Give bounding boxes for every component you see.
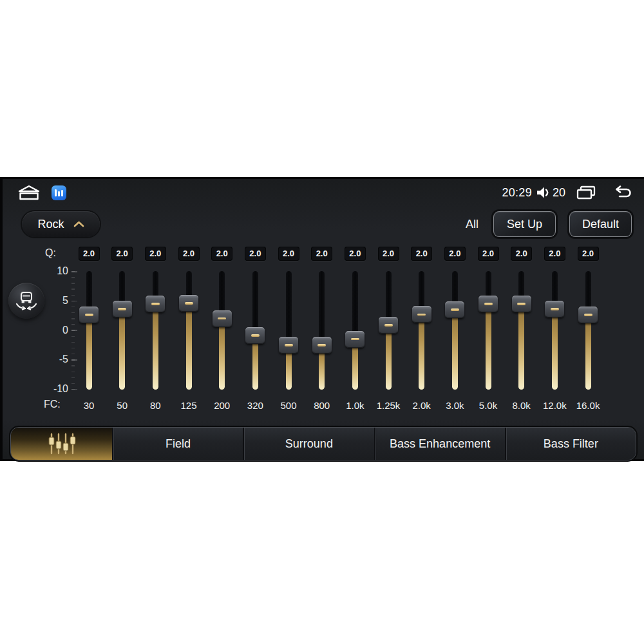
preset-dropdown[interactable]: Rock — [22, 211, 100, 237]
home-button[interactable] — [17, 184, 41, 201]
fc-value: 30 — [72, 400, 106, 411]
eq-slider-track[interactable] — [552, 271, 558, 390]
tab-surround[interactable]: Surround — [243, 428, 374, 460]
eq-band: 2.01.25k — [372, 247, 405, 415]
q-value[interactable]: 2.0 — [79, 247, 100, 261]
eq-scale-label: 0 — [35, 325, 68, 336]
status-bar: 20:29 20 — [17, 182, 634, 203]
fc-value: 3.0k — [438, 400, 471, 411]
q-value[interactable]: 2.0 — [544, 247, 565, 261]
eq-band: 2.0320 — [238, 247, 272, 415]
eq-slider-handle[interactable] — [146, 296, 165, 312]
eq-slider-track[interactable] — [452, 271, 458, 390]
fc-value: 500 — [272, 400, 305, 411]
eq-slider-handle[interactable] — [312, 337, 332, 354]
eq-slider-handle[interactable] — [545, 301, 564, 317]
q-value[interactable]: 2.0 — [378, 247, 399, 261]
eq-slider-handle[interactable] — [412, 306, 431, 323]
eq-slider-handle[interactable] — [345, 331, 365, 348]
q-value[interactable]: 2.0 — [278, 247, 299, 261]
eq-band: 2.050 — [106, 247, 139, 415]
equalizer-sliders-icon — [45, 432, 79, 455]
tab-bass-enhancement[interactable]: Bass Enhancement — [374, 428, 505, 460]
fc-row-label: FC: — [44, 399, 61, 410]
eq-slider-handle[interactable] — [445, 301, 464, 318]
fc-value: 320 — [238, 400, 272, 411]
q-value[interactable]: 2.0 — [245, 247, 266, 261]
eq-slider-handle[interactable] — [213, 310, 232, 327]
tab-equalizer[interactable] — [11, 428, 112, 460]
fc-value: 50 — [106, 400, 139, 411]
eq-slider-track[interactable] — [153, 271, 158, 390]
eq-slider-track[interactable] — [419, 271, 424, 390]
eq-band: 2.016.0k — [571, 247, 605, 415]
q-value[interactable]: 2.0 — [411, 247, 432, 261]
eq-scale-label: -5 — [35, 354, 68, 365]
eq-band: 2.030 — [72, 247, 106, 415]
eq-slider-track[interactable] — [219, 271, 225, 390]
fc-value: 16.0k — [571, 400, 605, 411]
q-value[interactable]: 2.0 — [311, 247, 332, 261]
app-icon[interactable] — [52, 185, 66, 200]
recents-button[interactable] — [576, 185, 596, 200]
eq-band: 2.0800 — [305, 247, 339, 415]
tab-label: Bass Enhancement — [390, 437, 490, 451]
eq-band: 2.02.0k — [405, 247, 439, 415]
eq-scale-label: -10 — [35, 383, 68, 395]
eq-scale-label: 10 — [35, 265, 68, 277]
eq-slider-handle[interactable] — [512, 296, 531, 312]
tab-bass-filter[interactable]: Bass Filter — [505, 428, 636, 460]
q-value[interactable]: 2.0 — [345, 247, 366, 261]
q-value[interactable]: 2.0 — [444, 247, 466, 261]
q-value[interactable]: 2.0 — [578, 247, 599, 261]
q-value[interactable]: 2.0 — [511, 247, 532, 261]
eq-slider-handle[interactable] — [578, 307, 598, 323]
eq-slider-handle[interactable] — [79, 307, 99, 323]
tab-field[interactable]: Field — [112, 428, 243, 460]
preset-label: Rock — [37, 218, 64, 231]
eq-slider-track[interactable] — [518, 271, 524, 390]
setup-button[interactable]: Set Up — [493, 211, 556, 237]
fc-value: 2.0k — [405, 400, 439, 411]
eq-slider-handle[interactable] — [179, 295, 198, 312]
eq-slider-handle[interactable] — [478, 296, 498, 312]
eq-slider-handle[interactable] — [379, 317, 398, 334]
eq-slider-track[interactable] — [86, 271, 92, 390]
default-button[interactable]: Default — [569, 211, 632, 237]
fc-value: 800 — [305, 400, 339, 411]
eq-slider-track[interactable] — [286, 271, 292, 390]
eq-band: 2.0500 — [272, 247, 305, 415]
q-value[interactable]: 2.0 — [211, 247, 232, 261]
back-button[interactable] — [612, 185, 634, 200]
eq-band: 2.012.0k — [538, 247, 571, 415]
eq-slider-track[interactable] — [486, 271, 491, 390]
eq-band: 2.080 — [138, 247, 172, 415]
head-unit-screen: 20:29 20 — [0, 177, 644, 461]
fc-value: 200 — [205, 400, 239, 411]
eq-band: 2.0125 — [172, 247, 205, 415]
q-value[interactable]: 2.0 — [111, 247, 133, 261]
eq-slider-track[interactable] — [186, 271, 192, 390]
fc-value: 125 — [172, 400, 205, 411]
q-value[interactable]: 2.0 — [178, 247, 200, 261]
q-value[interactable]: 2.0 — [145, 247, 166, 261]
tab-label: Field — [166, 437, 191, 451]
eq-slider-track[interactable] — [119, 271, 125, 390]
eq-band: 2.08.0k — [505, 247, 538, 415]
tab-bar: FieldSurroundBass EnhancementBass Filter — [10, 427, 636, 460]
all-button[interactable]: All — [464, 218, 480, 231]
eq-slider-track[interactable] — [319, 271, 325, 390]
eq-slider-handle[interactable] — [279, 337, 298, 354]
fc-value: 80 — [138, 400, 172, 411]
sound-field-button[interactable] — [8, 283, 44, 319]
eq-slider-handle[interactable] — [245, 327, 265, 344]
home-icon — [17, 184, 41, 201]
q-row-label: Q: — [45, 247, 56, 259]
eq-band: 2.0200 — [205, 247, 239, 415]
tab-label: Bass Filter — [544, 437, 598, 451]
eq-slider-track[interactable] — [585, 271, 591, 390]
volume-icon — [535, 185, 551, 200]
eq-slider-handle[interactable] — [113, 301, 132, 317]
eq-band: 2.01.0k — [338, 247, 372, 415]
q-value[interactable]: 2.0 — [478, 247, 499, 261]
